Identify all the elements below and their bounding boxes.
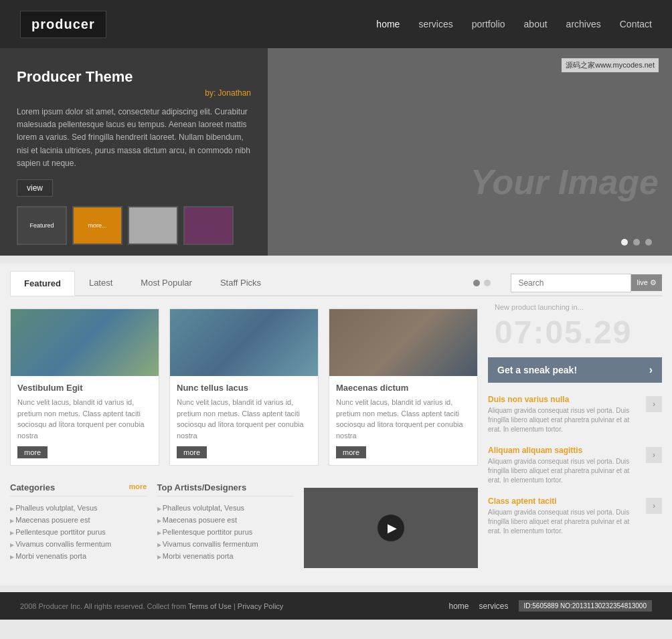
search-input[interactable] — [511, 274, 631, 292]
card-1-more-button[interactable]: more — [17, 446, 48, 458]
main-section: Featured Latest Most Popular Staff Picks… — [0, 264, 672, 585]
countdown-box: New product launching in... 07:05.29 — [488, 296, 662, 357]
thumb-4[interactable] — [183, 206, 234, 245]
categories-more-link[interactable]: more — [129, 482, 147, 492]
bottom-row: Categories more Phalleus volutplat, Vesu… — [10, 472, 478, 572]
card-2: Nunc tellus lacus Nunc velit lacus, blan… — [169, 308, 319, 466]
watermark: 源码之家www.mycodes.net — [562, 58, 659, 72]
logo-text: producer — [31, 17, 95, 31]
nav-home[interactable]: home — [376, 19, 400, 29]
hero-title: Producer Theme — [17, 68, 251, 86]
hero-dot-2[interactable] — [633, 239, 640, 246]
footer-nav-services[interactable]: services — [479, 602, 508, 611]
tabs-row: Featured Latest Most Popular Staff Picks… — [10, 264, 662, 296]
sidebar-item-3-title[interactable]: Class aptent taciti — [488, 496, 641, 506]
bottom-right: ▶ — [304, 482, 478, 572]
hero-dot-1[interactable] — [621, 239, 628, 246]
hero-body: Lorem ipsum dolor sit amet, consectetur … — [17, 106, 251, 170]
list-item: Maecenas posuere est — [10, 514, 147, 526]
sidebar-item-3-body: Aliquam gravida consequat risus vel port… — [488, 508, 641, 536]
sidebar-item-2-title[interactable]: Aliquam aliquam sagittis — [488, 446, 641, 455]
thumb-3[interactable] — [128, 206, 178, 245]
sidebar-item-1-text: Duis non varius nulla Aliquam gravida co… — [488, 395, 641, 434]
sidebar-item-1-title[interactable]: Duis non varius nulla — [488, 395, 641, 404]
sneak-peak-label: Get a sneak peak! — [497, 365, 577, 375]
thumb-1[interactable]: Featured — [17, 206, 67, 245]
card-1-text: Nunc velit lacus, blandit id varius id, … — [17, 397, 152, 441]
header: producer home services portfolio about a… — [0, 0, 672, 48]
card-2-title: Nunc tellus lacus — [177, 383, 311, 393]
nav-about[interactable]: about — [524, 19, 548, 29]
top-artists-list: Phalleus volutplat, Vesus Maecenas posue… — [157, 502, 295, 562]
bottom-left: Categories more Phalleus volutplat, Vesu… — [10, 482, 147, 572]
sidebar-item-3-arrow[interactable]: › — [646, 498, 662, 514]
footer-terms-link[interactable]: Terms of Use — [188, 602, 232, 610]
cards-row: Vestibulum Egit Nunc velit lacus, blandi… — [10, 296, 478, 472]
card-1-image — [11, 309, 159, 376]
play-button[interactable]: ▶ — [377, 515, 404, 541]
tab-dots — [473, 280, 491, 286]
hero-thumbnails: Featured more... — [17, 206, 251, 245]
sidebar-item-1-body: Aliquam gravida consequat risus vel port… — [488, 406, 641, 434]
view-button[interactable]: view — [17, 179, 53, 197]
footer: 2008 Producer Inc. All rights reserved. … — [0, 592, 672, 620]
footer-right: home services ID:5605889 NO:201311302323… — [448, 600, 652, 612]
tab-most-popular[interactable]: Most Popular — [127, 270, 206, 295]
sidebar-item-3: Class aptent taciti Aliquam gravida cons… — [488, 491, 662, 542]
footer-privacy-link[interactable]: Privacy Policy — [238, 602, 283, 610]
tab-staff-picks[interactable]: Staff Picks — [206, 270, 275, 295]
thumb-2[interactable]: more... — [72, 206, 122, 245]
nav-portfolio[interactable]: portfolio — [472, 19, 505, 29]
countdown-label: New product launching in... — [495, 303, 655, 311]
list-item: Vivamus convallis fermentum — [157, 538, 295, 550]
top-artists-heading: Top Artists/Designers — [157, 482, 295, 496]
list-item: Morbi venenatis porta — [10, 550, 147, 562]
list-item: Phalleus volutplat, Vesus — [10, 502, 147, 514]
card-2-more-button[interactable]: more — [177, 446, 207, 458]
sidebar-item-2-text: Aliquam aliquam sagittis Aliquam gravida… — [488, 446, 641, 485]
tab-latest[interactable]: Latest — [75, 270, 127, 295]
list-item: Phalleus volutplat, Vesus — [157, 502, 295, 514]
sidebar: New product launching in... 07:05.29 Get… — [488, 296, 662, 572]
card-1-body: Vestibulum Egit Nunc velit lacus, blandi… — [11, 376, 159, 465]
hero-left-panel: Producer Theme by: Jonathan Lorem ipsum … — [0, 48, 268, 256]
sidebar-item-2: Aliquam aliquam sagittis Aliquam gravida… — [488, 440, 662, 491]
list-item: Pellentesque porttitor purus — [10, 526, 147, 538]
hero-dot-3[interactable] — [645, 239, 652, 246]
sidebar-item-1: Duis non varius nulla Aliquam gravida co… — [488, 389, 662, 440]
footer-left: 2008 Producer Inc. All rights reserved. … — [20, 602, 283, 610]
search-box: live ⚙ — [511, 274, 662, 292]
play-icon: ▶ — [388, 521, 397, 535]
tab-dot-1[interactable] — [473, 280, 480, 286]
card-2-image — [170, 309, 318, 376]
content-main: Vestibulum Egit Nunc velit lacus, blandi… — [10, 296, 478, 572]
card-1: Vestibulum Egit Nunc velit lacus, blandi… — [10, 308, 159, 466]
hero-section: Producer Theme by: Jonathan Lorem ipsum … — [0, 48, 672, 256]
footer-nav-home[interactable]: home — [448, 602, 469, 611]
your-image-text: Your Image — [471, 162, 659, 202]
categories-heading: Categories more — [10, 482, 147, 496]
card-2-body: Nunc tellus lacus Nunc velit lacus, blan… — [170, 376, 318, 465]
tab-dot-2[interactable] — [484, 280, 491, 286]
card-3-more-button[interactable]: more — [336, 446, 366, 458]
sidebar-item-3-text: Class aptent taciti Aliquam gravida cons… — [488, 496, 641, 536]
search-live-button[interactable]: live ⚙ — [631, 274, 662, 291]
card-3-title: Maecenas dictum — [336, 383, 471, 393]
sidebar-item-2-arrow[interactable]: › — [646, 447, 662, 463]
card-3-image — [329, 309, 477, 376]
list-item: Morbi venenatis porta — [157, 550, 295, 562]
sidebar-item-2-body: Aliquam gravida consequat risus vel port… — [488, 457, 641, 485]
nav-services[interactable]: services — [418, 19, 452, 29]
nav-archives[interactable]: archives — [566, 19, 601, 29]
video-thumbnail[interactable]: ▶ — [304, 488, 478, 568]
main-nav: home services portfolio about archives C… — [376, 19, 652, 29]
card-2-text: Nunc velit lacus, blandit id varius id, … — [177, 397, 311, 441]
arrow-icon: › — [649, 364, 653, 376]
list-item: Maecenas posuere est — [157, 514, 295, 526]
logo[interactable]: producer — [20, 11, 106, 38]
bottom-middle: Top Artists/Designers Phalleus volutplat… — [157, 482, 295, 572]
nav-contact[interactable]: Contact — [620, 19, 652, 29]
sidebar-item-1-arrow[interactable]: › — [646, 396, 662, 412]
tab-featured[interactable]: Featured — [10, 271, 75, 296]
sneak-peak-button[interactable]: Get a sneak peak! › — [488, 357, 662, 383]
